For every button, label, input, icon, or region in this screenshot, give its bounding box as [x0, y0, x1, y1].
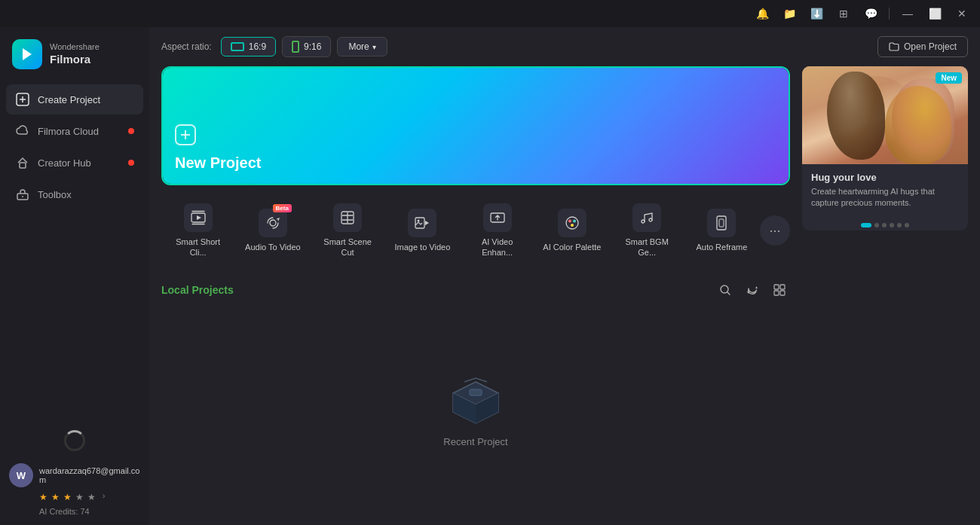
notification-icon[interactable]: 🔔: [750, 2, 774, 26]
smart-bgm-generate-icon: [632, 203, 661, 232]
svg-point-20: [642, 220, 645, 223]
smart-scene-cut-label: Smart Scene Cut: [317, 237, 378, 258]
ai-tool-smart-scene-cut[interactable]: Smart Scene Cut: [311, 194, 384, 267]
projects-icon[interactable]: 📁: [777, 2, 801, 26]
svg-rect-4: [20, 163, 26, 168]
new-project-card[interactable]: New Project: [161, 66, 790, 185]
logo-icon: [12, 39, 42, 69]
svg-point-16: [566, 217, 578, 229]
image-to-video-icon: [408, 209, 436, 237]
star-4: ★: [75, 492, 86, 502]
smart-scene-cut-icon: [333, 203, 362, 232]
ai-color-palette-label: AI Color Palette: [543, 242, 601, 252]
ai-color-palette-icon: [558, 209, 586, 237]
audio-to-video-icon: Beta: [259, 209, 287, 237]
dot-2[interactable]: [874, 223, 879, 227]
svg-rect-27: [780, 285, 785, 289]
featured-title: Hug your love: [811, 172, 959, 183]
local-projects-title: Local Projects: [161, 284, 234, 296]
svg-point-17: [568, 220, 571, 223]
svg-point-11: [270, 220, 276, 226]
aspect-16-9-label: 16:9: [249, 41, 266, 52]
aspect-16-9-icon: [231, 42, 244, 51]
download-icon[interactable]: ⬇️: [804, 2, 828, 26]
app-body: Wondershare Filmora Create Project: [0, 27, 980, 525]
toolbox-icon: [15, 187, 30, 202]
ai-tool-ai-color-palette[interactable]: AI Color Palette: [535, 200, 608, 261]
new-project-label: New Project: [175, 154, 776, 172]
new-project-gradient: New Project: [163, 68, 789, 184]
community-icon[interactable]: 💬: [859, 2, 883, 26]
aspect-ratio-16-9-button[interactable]: 16:9: [221, 37, 276, 56]
sidebar-bottom: W wardarazzaq678@gmail.com ★ ★ ★ ★ ★ › A…: [0, 421, 149, 525]
content-area: New Project Smart Sh: [149, 66, 980, 525]
aspect-ratio-label: Aspect ratio:: [161, 41, 212, 52]
minimize-button[interactable]: —: [896, 2, 920, 26]
open-project-button[interactable]: Open Project: [877, 36, 968, 57]
sidebar-label-filmora-cloud: Filmora Cloud: [38, 126, 99, 137]
image-to-video-label: Image to Video: [394, 242, 450, 252]
dot-1[interactable]: [861, 223, 871, 227]
user-info: W wardarazzaq678@gmail.com: [9, 463, 140, 487]
ai-credits: AI Credits: 74: [9, 507, 140, 516]
svg-point-19: [571, 224, 574, 227]
svg-line-25: [727, 292, 730, 295]
grid-view-button[interactable]: [769, 279, 790, 301]
avatar: W: [9, 463, 33, 487]
search-button[interactable]: [715, 279, 736, 301]
logo-brand: Wondershare: [50, 42, 100, 52]
dot-4[interactable]: [890, 223, 894, 227]
ai-tool-ai-video-enhance[interactable]: AI Video Enhan...: [461, 194, 534, 267]
featured-info: Hug your love Create heartwarming AI hug…: [802, 164, 968, 217]
sidebar-item-toolbox[interactable]: Toolbox: [6, 179, 143, 209]
sidebar-item-creator-hub[interactable]: Creator Hub: [6, 148, 143, 178]
open-project-label: Open Project: [904, 41, 957, 52]
dot-5[interactable]: [897, 223, 902, 227]
star-1: ★: [39, 492, 50, 502]
ai-tools-more-button[interactable]: ···: [760, 215, 790, 246]
auto-reframe-label: Auto Reframe: [696, 242, 747, 252]
sidebar-logo: Wondershare Filmora: [0, 27, 149, 84]
ai-tool-smart-bgm-generate[interactable]: Smart BGM Ge...: [611, 194, 684, 267]
ai-tool-smart-short-clip[interactable]: Smart Short Cli...: [161, 194, 234, 267]
auto-reframe-icon: [707, 209, 736, 237]
more-button[interactable]: More ▾: [337, 37, 387, 56]
empty-box-icon: [446, 374, 506, 427]
refresh-button[interactable]: [742, 279, 763, 301]
featured-new-badge: New: [936, 72, 962, 84]
featured-card[interactable]: New Hug your love Create heartwarming AI…: [802, 66, 968, 230]
local-projects-header: Local Projects: [161, 276, 790, 301]
ai-tool-image-to-video[interactable]: Image to Video: [386, 200, 459, 261]
sidebar-label-creator-hub: Creator Hub: [38, 157, 91, 169]
star-arrow[interactable]: ›: [103, 492, 113, 502]
svg-point-18: [573, 220, 576, 223]
featured-description: Create heartwarming AI hugs that capture…: [811, 186, 959, 209]
titlebar: 🔔 📁 ⬇️ ⊞ 💬 — ⬜ ✕: [0, 0, 980, 27]
svg-point-14: [418, 220, 420, 222]
user-card: W wardarazzaq678@gmail.com ★ ★ ★ ★ ★ › A…: [9, 463, 140, 516]
sidebar-nav: Create Project Filmora Cloud: [0, 84, 149, 209]
svg-point-21: [649, 218, 652, 221]
svg-rect-13: [415, 218, 424, 228]
sidebar: Wondershare Filmora Create Project: [0, 27, 149, 525]
empty-state-text: Recent Project: [443, 436, 507, 447]
aspect-ratio-9-16-button[interactable]: 9:16: [282, 36, 331, 57]
ai-tool-audio-to-video[interactable]: Beta Audio To Video: [236, 200, 309, 261]
more-label: More: [348, 41, 369, 52]
ai-tool-auto-reframe[interactable]: Auto Reframe: [685, 200, 758, 261]
audio-to-video-label: Audio To Video: [245, 242, 301, 252]
dot-6[interactable]: [905, 223, 909, 227]
sidebar-item-filmora-cloud[interactable]: Filmora Cloud: [6, 116, 143, 146]
creator-hub-notification-dot: [128, 160, 134, 166]
close-button[interactable]: ✕: [950, 2, 974, 26]
star-5: ★: [87, 492, 98, 502]
empty-state: Recent Project: [161, 310, 790, 513]
sidebar-item-create-project[interactable]: Create Project: [6, 84, 143, 114]
maximize-button[interactable]: ⬜: [923, 2, 947, 26]
dot-3[interactable]: [882, 223, 887, 227]
logo-text: Wondershare Filmora: [50, 42, 100, 66]
sidebar-label-create-project: Create Project: [38, 94, 100, 105]
titlebar-controls: 🔔 📁 ⬇️ ⊞ 💬 — ⬜ ✕: [750, 2, 974, 26]
filmora-cloud-notification-dot: [128, 128, 134, 134]
apps-icon[interactable]: ⊞: [831, 2, 856, 26]
